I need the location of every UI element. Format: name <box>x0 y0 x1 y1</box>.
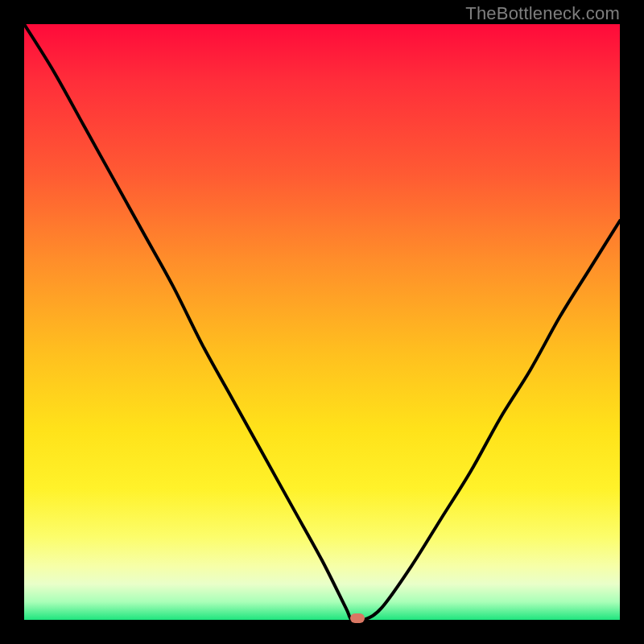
chart-frame: TheBottleneck.com <box>0 0 644 644</box>
optimum-marker <box>350 613 365 623</box>
curve-path <box>24 24 620 621</box>
watermark-text: TheBottleneck.com <box>465 3 620 24</box>
bottleneck-curve <box>24 24 620 620</box>
